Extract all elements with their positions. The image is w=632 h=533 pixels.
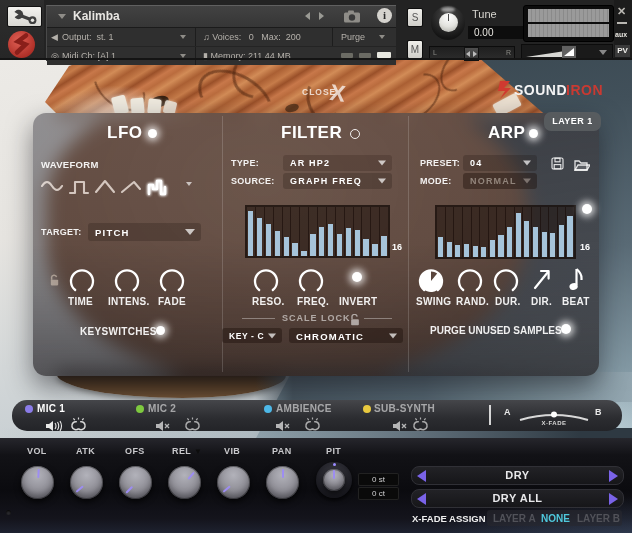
svg-text:X-FADE: X-FADE [541, 420, 566, 426]
svg-text:IRON: IRON [566, 82, 603, 98]
svg-text:SOUND: SOUND [514, 82, 567, 98]
